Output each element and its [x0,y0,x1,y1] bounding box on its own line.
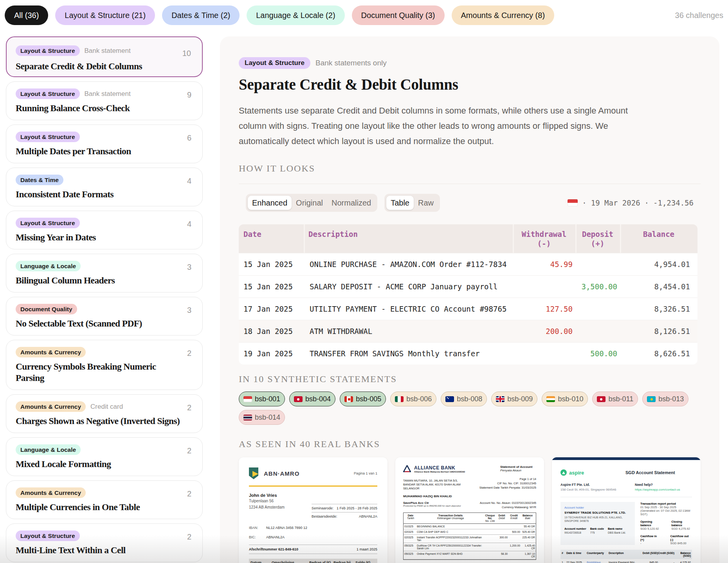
abn-address2: 1234 AB Amsterdam [249,505,312,509]
kazakhstan-flag-icon [647,396,656,402]
cell-balance: 8,126.51 [620,327,697,336]
mexico-flag-icon [395,396,404,402]
challenge-card-multiline-text[interactable]: Layout & Structure 2 Multi-Line Text Wit… [6,523,203,562]
cell-date: 17 Jan 2025 [239,305,304,313]
view-tab-enhanced[interactable]: Enhanced [248,196,292,210]
filter-language-locale[interactable]: Language & Locale (2) [247,5,344,25]
card-title: Bilingual Column Headers [16,275,192,286]
bank-preview-alliance[interactable]: ALLIANCE BANK Alliance Bank Malaysia Ber… [395,457,544,563]
card-count: 2 [187,489,191,498]
cell-description: UTILITY PAYMENT - ELECTRIC CO Account #9… [304,305,513,313]
card-count: 3 [187,306,191,315]
challenge-card-multiple-dates[interactable]: Layout & Structure 6 Multiple Dates per … [6,125,203,163]
card-count: 9 [187,90,191,99]
detail-scope: Bank statements only [315,59,387,67]
abn-rule [249,485,377,487]
filter-layout-structure[interactable]: Layout & Structure (21) [55,5,155,25]
col-deposit: Deposit(+) [575,224,620,253]
how-it-looks-heading: HOW IT LOOKS [239,163,701,174]
card-title: Multi-Line Text Within a Cell [16,545,192,556]
table-row: 15 Jan 2025 ONLINE PURCHASE - AMAZON.COM… [239,253,697,275]
chip-bsb-014[interactable]: bsb-014 [239,410,285,425]
category-badge: Document Quality [16,304,77,314]
challenge-card-inconsistent-dates[interactable]: Dates & Time 4 Inconsistent Date Formats [6,168,203,206]
chip-bsb-010[interactable]: bsb-010 [542,392,588,406]
uk-flag-icon [496,396,505,402]
australia-flag-icon [445,396,454,402]
challenge-card-running-balance[interactable]: Layout & StructureBank statement 9 Runni… [6,81,203,120]
card-count: 2 [187,532,191,541]
cell-withdrawal: 45.99 [513,260,575,269]
challenge-card-multiple-currencies[interactable]: Amounts & Currency 2 Multiple Currencies… [6,480,203,519]
category-badge: Layout & Structure [16,88,80,99]
statement-chips: bsb-001 bsb-004 bsb-005 bsb-006 bsb-008 … [239,392,703,425]
challenge-card-no-selectable-text[interactable]: Document Quality 3 No Selectable Text (S… [6,297,203,336]
challenge-card-charges-negative[interactable]: Amounts & CurrencyCredit card 2 Charges … [6,394,203,433]
format-tab-table[interactable]: Table [386,196,414,210]
chip-bsb-005[interactable]: bsb-005 [340,392,386,406]
card-title: Inconsistent Date Formats [16,189,192,200]
cell-withdrawal: 127.50 [513,305,575,313]
filter-bar: All (36) Layout & Structure (21) Dates &… [5,5,723,25]
challenge-card-mixed-locale[interactable]: Language & Locale 2 Mixed Locale Formatt… [6,437,203,476]
cell-date: 19 Jan 2025 [239,349,304,358]
chip-bsb-004[interactable]: bsb-004 [289,392,335,406]
chip-bsb-006[interactable]: bsb-006 [390,392,436,406]
alliance-customer: MUHAMMAD HAZIQ BIN KHALID [403,494,536,498]
abn-address1: Tulpenlaan 56 [249,499,377,503]
filter-dates-time[interactable]: Dates & Time (2) [162,5,240,25]
cell-description: ATM WITHDRAWAL [304,327,513,336]
alliance-address: TAMAN MUTIARA, 10, JALAN SETIA 5/3, BAND… [403,479,462,491]
hong-kong-flag-icon [597,396,605,402]
cell-balance: 8,454.01 [620,282,697,291]
view-controls: Enhanced Original Normalized Table Raw ·… [239,194,701,212]
card-count: 4 [187,177,191,186]
col-withdrawal: Withdrawal(-) [513,224,575,253]
card-count: 10 [182,49,191,58]
challenge-count: 36 challenges [675,11,723,20]
card-title: No Selectable Text (Scanned PDF) [16,318,192,329]
chip-bsb-011[interactable]: bsb-011 [592,392,638,406]
category-badge: Layout & Structure [16,531,80,541]
aspire-table: #Date & timeCounterpartyDescriptionDebit… [560,550,692,563]
format-tab-raw[interactable]: Raw [414,196,438,210]
statement-amount: -1,234.56 [653,198,694,207]
table-row: 17 Jan 2025 UTILITY PAYMENT - ELECTRIC C… [239,298,697,320]
card-count: 2 [187,349,191,358]
card-subtitle: Credit card [90,403,123,411]
card-title: Multiple Currencies in One Table [16,502,192,513]
meta-separator: · [582,198,586,207]
category-badge: Amounts & Currency [16,401,86,412]
bank-preview-abn-amro[interactable]: ABN·AMRO Pagina 1 van 1 John de Vries Tu… [239,457,387,563]
aspire-top-bar [552,457,701,460]
page-title: Separate Credit & Debit Columns [239,76,701,93]
filter-amounts-currency[interactable]: Amounts & Currency (8) [452,5,555,25]
card-title: Charges Shown as Negative (Inverted Sign… [16,415,192,427]
statement-meta: · 19 Mar 2026 · -1,234.56 [568,198,694,207]
filter-document-quality[interactable]: Document Quality (3) [352,5,445,25]
alliance-table: DateTarikh Transaction DetailsKeterangan… [403,512,536,560]
challenge-card-separate-credit-debit[interactable]: Layout & StructureBank statement 10 Sepa… [6,36,203,77]
challenge-card-currency-symbols[interactable]: Amounts & Currency 2 Currency Symbols Br… [6,340,203,390]
cell-balance: 8,326.51 [620,305,697,313]
filter-all[interactable]: All (36) [5,5,48,25]
challenge-card-bilingual-headers[interactable]: Language & Locale 3 Bilingual Column Hea… [6,254,203,292]
view-tab-normalized[interactable]: Normalized [327,196,375,210]
real-banks-heading: AS SEEN IN 40 REAL BANKS [239,439,701,449]
card-subtitle: Bank statement [85,47,131,55]
chip-bsb-013[interactable]: bsb-013 [642,392,688,406]
cell-date: 18 Jan 2025 [239,327,304,336]
bank-preview-aspire[interactable]: aspire SGD Account Statement Aspire FT P… [552,457,701,563]
view-tab-original[interactable]: Original [292,196,327,210]
chip-bsb-001[interactable]: bsb-001 [239,392,285,406]
challenge-card-missing-year[interactable]: Layout & Structure 4 Missing Year in Dat… [6,211,203,249]
card-title: Multiple Dates per Transaction [16,146,192,157]
card-count: 3 [187,263,191,272]
chip-bsb-009[interactable]: bsb-009 [491,392,537,406]
chip-bsb-008[interactable]: bsb-008 [441,392,487,406]
cell-date: 15 Jan 2025 [239,282,304,291]
canada-flag-icon [344,396,353,402]
category-badge: Layout & Structure [16,132,80,142]
abn-customer: John de Vries [249,493,377,498]
card-title: Mixed Locale Formatting [16,458,192,470]
